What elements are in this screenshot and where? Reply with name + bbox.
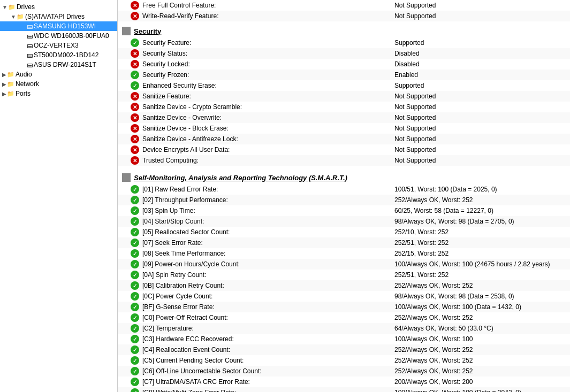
expand-icon[interactable]: ▶ (2, 72, 6, 78)
prop-row: ✕ Security Status: Disabled (118, 48, 570, 59)
status-icon: ✕ (131, 60, 139, 68)
status-icon: ✓ (131, 185, 139, 194)
prop-value: 64/Always OK, Worst: 50 (33.0 °C) (394, 325, 566, 332)
sidebar-label: WDC WD1600JB-00FUA0 (34, 32, 109, 40)
prop-row: ✓ [01] Raw Read Error Rate: 100/51, Wors… (118, 184, 570, 195)
prop-name: [07] Seek Error Rate: (142, 239, 394, 247)
prop-value: 200/Always OK, Worst: 200 (394, 378, 566, 386)
prop-value: Enabled (394, 71, 566, 79)
drive-icon: 🖴 (27, 42, 33, 49)
status-icon: ✕ (131, 145, 139, 154)
prop-value: 98/Always OK, Worst: 98 (Data = 2705, 0) (394, 218, 566, 225)
status-icon: ✕ (131, 49, 139, 58)
prop-row: ✕ Trusted Computing: Not Supported (118, 155, 570, 166)
prop-row: ✕ Sanitize Device - Crypto Scramble: Not… (118, 102, 570, 112)
status-icon: ✓ (131, 303, 139, 311)
prop-row: ✓ [05] Reallocated Sector Count: 252/10,… (118, 227, 570, 237)
prop-value: 252/Always OK, Worst: 252 (394, 196, 566, 204)
status-icon: ✓ (131, 260, 139, 268)
sidebar-label: ASUS DRW-2014S1T (34, 61, 96, 68)
security-title: Security (134, 27, 161, 35)
drive-icon: 🖴 (27, 52, 33, 58)
prop-row: ✓ [09] Power-on Hours/Cycle Count: 100/A… (118, 259, 570, 270)
prop-value: Not Supported (394, 125, 566, 132)
status-icon: ✕ (131, 124, 139, 133)
prop-value: 100/Always OK, Worst: 100 (394, 335, 566, 343)
prop-row: ✓ [C3] Hardware ECC Recovered: 100/Alway… (118, 334, 570, 344)
sidebar-item-drives[interactable]: ▼📁Drives (0, 2, 117, 12)
prop-name: Sanitize Device - Crypto Scramble: (142, 103, 394, 111)
prop-value: 252/15, Worst: 252 (394, 250, 566, 257)
sidebar-item-asus[interactable]: 🖴 ASUS DRW-2014S1T (0, 60, 117, 70)
expand-icon[interactable]: ▶ (2, 91, 6, 97)
status-icon: ✓ (131, 324, 139, 333)
status-icon: ✓ (131, 281, 139, 290)
prop-row: ✓ [0A] Spin Retry Count: 252/51, Worst: … (118, 270, 570, 280)
expand-icon[interactable]: ▶ (2, 81, 6, 87)
prop-name: Security Status: (142, 50, 394, 57)
prop-value: Disabled (394, 50, 566, 57)
prop-name: Write-Read-Verify Feature: (142, 12, 394, 20)
prop-value: Supported (394, 82, 566, 89)
sidebar-item-samsung[interactable]: 🖴 SAMSUNG HD153WI (0, 21, 117, 31)
prop-name: Security Feature: (142, 39, 394, 47)
status-icon: ✓ (131, 388, 139, 392)
prop-value: 252/Always OK, Worst: 252 (394, 282, 566, 289)
prop-value: Not Supported (394, 93, 566, 100)
prop-row: ✕ Free Full Control Feature: Not Support… (118, 0, 570, 11)
prop-row: ✓ [0C] Power Cycle Count: 98/Always OK, … (118, 291, 570, 302)
folder-icon: 📁 (7, 81, 14, 88)
smart-section-header: Self-Monitoring, Analysis and Reporting … (118, 169, 570, 184)
prop-row: ✕ Sanitize Device - Overwrite: Not Suppo… (118, 112, 570, 123)
status-icon: ✓ (131, 367, 139, 375)
prop-value: 252/Always OK, Worst: 252 (394, 357, 566, 364)
expand-icon[interactable]: ▼ (11, 14, 16, 20)
prop-value: 100/Always OK, Worst: 100 (24675 hours /… (394, 260, 566, 268)
prop-row: ✓ Security Feature: Supported (118, 37, 570, 48)
sidebar-item-ocz[interactable]: 🖴 OCZ-VERTEX3 (0, 41, 117, 50)
sidebar-label: Network (16, 80, 39, 88)
prop-name: [C0] Power-Off Retract Count: (142, 314, 394, 321)
prop-value: 100/51, Worst: 100 (Data = 2025, 0) (394, 186, 566, 193)
status-icon: ✓ (131, 356, 139, 365)
status-icon: ✓ (131, 271, 139, 279)
prop-name: Trusted Computing: (142, 157, 394, 164)
prop-value: Not Supported (394, 157, 566, 164)
prop-row: ✓ [0B] Calibration Retry Count: 252/Alwa… (118, 280, 570, 291)
section-collapse-icon[interactable] (122, 27, 131, 35)
prop-row: ✕ Security Locked: Disabled (118, 59, 570, 70)
prop-value: Not Supported (394, 2, 566, 9)
prop-name: [05] Reallocated Sector Count: (142, 228, 394, 236)
status-icon: ✓ (131, 345, 139, 354)
prop-row: ✕ Write-Read-Verify Feature: Not Support… (118, 11, 570, 21)
sidebar-item-ports[interactable]: ▶📁Ports (0, 89, 117, 98)
status-icon: ✓ (131, 217, 139, 226)
sidebar-item-st500[interactable]: 🖴 ST500DM002-1BD142 (0, 50, 117, 60)
prop-name: [09] Power-on Hours/Cycle Count: (142, 260, 394, 268)
status-icon: ✕ (131, 12, 139, 20)
prop-row: ✓ [04] Start/Stop Count: 98/Always OK, W… (118, 216, 570, 227)
prop-name: [C7] UltraDMA/SATA CRC Error Rate: (142, 378, 394, 386)
sidebar-item-network[interactable]: ▶📁Network (0, 79, 117, 89)
status-icon: ✓ (131, 313, 139, 322)
main-content: ✕ Free Full Control Feature: Not Support… (118, 0, 570, 392)
sidebar-item-audio[interactable]: ▶📁Audio (0, 70, 117, 79)
prop-name: Sanitize Device - Antifreeze Lock: (142, 135, 394, 143)
prop-row: ✓ [03] Spin Up Time: 60/25, Worst: 58 (D… (118, 205, 570, 216)
sidebar-label: SAMSUNG HD153WI (34, 22, 96, 30)
security-section-header: Security (118, 24, 570, 37)
prop-value: 252/Always OK, Worst: 252 (394, 367, 566, 375)
smart-title: Self-Monitoring, Analysis and Reporting … (134, 174, 347, 182)
prop-row: ✓ [C7] UltraDMA/SATA CRC Error Rate: 200… (118, 376, 570, 387)
prop-row: ✓ Enhanced Security Erase: Supported (118, 80, 570, 91)
sidebar-label: (S)ATA/ATAPI Drives (25, 13, 85, 20)
folder-icon: 📁 (17, 13, 24, 20)
expand-icon[interactable]: ▼ (2, 4, 7, 10)
prop-row: ✓ [C6] Off-Line Uncorrectable Sector Cou… (118, 366, 570, 376)
sidebar-item-sata[interactable]: ▼📁(S)ATA/ATAPI Drives (0, 12, 117, 21)
status-icon: ✓ (131, 196, 139, 204)
smart-collapse-icon[interactable] (122, 173, 131, 182)
prop-name: Free Full Control Feature: (142, 2, 394, 9)
status-icon: ✕ (131, 92, 139, 101)
sidebar-item-wdc[interactable]: 🖴 WDC WD1600JB-00FUA0 (0, 31, 117, 41)
